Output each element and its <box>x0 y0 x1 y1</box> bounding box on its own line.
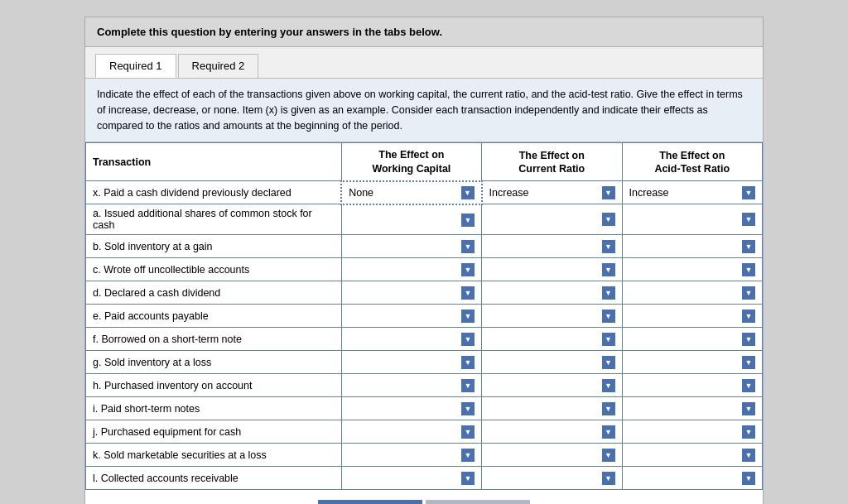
dropdown-arrow-icon[interactable]: ▼ <box>742 449 755 462</box>
acid-test-cell[interactable]: ▼ <box>622 374 762 397</box>
working-capital-cell[interactable]: ▼ <box>341 374 481 397</box>
dropdown-arrow-icon[interactable]: ▼ <box>742 263 755 276</box>
current-ratio-cell[interactable]: ▼ <box>482 420 622 444</box>
tab-required-1[interactable]: Required 1 <box>95 54 176 78</box>
dropdown-arrow-icon[interactable]: ▼ <box>461 356 475 369</box>
acid-test-cell[interactable]: ▼ <box>622 204 762 235</box>
dropdown-arrow-icon[interactable]: ▼ <box>602 379 615 392</box>
description-box: Indicate the effect of each of the trans… <box>85 79 763 142</box>
acid-test-cell[interactable]: ▼ <box>622 351 762 374</box>
instructions-header: Complete this question by entering your … <box>85 17 763 47</box>
current-ratio-cell[interactable]: ▼ <box>482 235 622 258</box>
dropdown-arrow-icon[interactable]: ▼ <box>461 402 475 415</box>
current-ratio-cell[interactable]: ▼ <box>482 204 622 235</box>
table-row: h. Purchased inventory on account▼▼▼ <box>86 374 763 397</box>
dropdown-arrow-icon[interactable]: ▼ <box>602 286 615 300</box>
dropdown-arrow-icon[interactable]: ▼ <box>602 425 615 439</box>
acid-test-cell[interactable]: ▼ <box>622 281 762 305</box>
dropdown-arrow-icon[interactable]: ▼ <box>461 425 475 439</box>
tab-required-2[interactable]: Required 2 <box>178 54 259 78</box>
transaction-cell: c. Wrote off uncollectible accounts <box>86 258 342 281</box>
dropdown-arrow-icon[interactable]: ▼ <box>602 402 615 415</box>
dropdown-arrow-icon[interactable]: ▼ <box>602 472 615 485</box>
dropdown-arrow-icon[interactable]: ▼ <box>461 214 475 227</box>
current-ratio-cell[interactable]: Increase▼ <box>482 181 622 204</box>
dropdown-arrow-icon[interactable]: ▼ <box>461 472 475 485</box>
current-ratio-cell[interactable]: ▼ <box>482 374 622 397</box>
working-capital-cell[interactable]: ▼ <box>341 328 481 351</box>
dropdown-arrow-icon[interactable]: ▼ <box>461 310 475 323</box>
nav-required-1-button[interactable]: < Required 1 <box>318 500 422 504</box>
working-capital-cell[interactable]: ▼ <box>341 467 481 490</box>
dropdown-arrow-icon[interactable]: ▼ <box>602 263 615 276</box>
dropdown-arrow-icon[interactable]: ▼ <box>742 240 755 253</box>
working-capital-cell[interactable]: ▼ <box>341 444 481 467</box>
acid-test-cell[interactable]: ▼ <box>622 235 762 258</box>
dropdown-arrow-icon[interactable]: ▼ <box>602 240 615 253</box>
dropdown-arrow-icon[interactable]: ▼ <box>461 449 475 462</box>
working-capital-cell[interactable]: None▼ <box>341 181 481 204</box>
current-ratio-cell[interactable]: ▼ <box>482 397 622 420</box>
working-capital-cell[interactable]: ▼ <box>341 258 481 281</box>
dropdown-arrow-icon[interactable]: ▼ <box>742 402 755 415</box>
working-capital-cell[interactable]: ▼ <box>341 281 481 305</box>
dropdown-arrow-icon[interactable]: ▼ <box>602 213 615 226</box>
acid-test-cell[interactable]: Increase▼ <box>622 181 762 204</box>
dropdown-arrow-icon[interactable]: ▼ <box>461 263 475 276</box>
current-ratio-cell[interactable]: ▼ <box>482 351 622 374</box>
current-ratio-cell[interactable]: ▼ <box>482 467 622 490</box>
acid-test-cell[interactable]: ▼ <box>622 444 762 467</box>
dropdown-arrow-icon[interactable]: ▼ <box>461 333 475 346</box>
description-text: Indicate the effect of each of the trans… <box>97 89 743 132</box>
nav-buttons: < Required 1 Required 2 > <box>85 490 763 504</box>
table-wrapper: Transaction The Effect onWorking Capital… <box>85 142 763 490</box>
dropdown-arrow-icon[interactable]: ▼ <box>742 379 755 392</box>
working-capital-cell[interactable]: ▼ <box>341 305 481 328</box>
col-header-transaction: Transaction <box>86 143 342 181</box>
col-header-working-capital: The Effect onWorking Capital <box>341 143 481 181</box>
transaction-cell: h. Purchased inventory on account <box>86 374 342 397</box>
dropdown-arrow-icon[interactable]: ▼ <box>742 286 755 300</box>
dropdown-arrow-icon[interactable]: ▼ <box>602 356 615 369</box>
dropdown-arrow-icon[interactable]: ▼ <box>742 310 755 323</box>
dropdown-arrow-icon[interactable]: ▼ <box>461 286 475 300</box>
working-capital-cell[interactable]: ▼ <box>341 420 481 444</box>
current-ratio-cell[interactable]: ▼ <box>482 328 622 351</box>
dropdown-arrow-icon[interactable]: ▼ <box>742 472 755 485</box>
dropdown-arrow-icon[interactable]: ▼ <box>742 186 755 199</box>
working-capital-cell[interactable]: ▼ <box>341 235 481 258</box>
dropdown-arrow-icon[interactable]: ▼ <box>461 186 475 199</box>
current-ratio-cell[interactable]: ▼ <box>482 281 622 305</box>
acid-test-cell[interactable]: ▼ <box>622 258 762 281</box>
dropdown-arrow-icon[interactable]: ▼ <box>602 310 615 323</box>
table-row: a. Issued additional shares of common st… <box>86 204 763 235</box>
acid-test-cell[interactable]: ▼ <box>622 305 762 328</box>
table-row: f. Borrowed on a short-term note▼▼▼ <box>86 328 763 351</box>
working-capital-cell[interactable]: ▼ <box>341 351 481 374</box>
table-row: c. Wrote off uncollectible accounts▼▼▼ <box>86 258 763 281</box>
acid-test-cell[interactable]: ▼ <box>622 420 762 444</box>
dropdown-arrow-icon[interactable]: ▼ <box>461 379 475 392</box>
dropdown-arrow-icon[interactable]: ▼ <box>461 240 475 253</box>
acid-test-cell[interactable]: ▼ <box>622 397 762 420</box>
current-ratio-cell[interactable]: ▼ <box>482 444 622 467</box>
transaction-cell: b. Sold inventory at a gain <box>86 235 342 258</box>
nav-required-2-button[interactable]: Required 2 > <box>426 500 530 504</box>
transaction-cell: j. Purchased equipment for cash <box>86 420 342 444</box>
dropdown-arrow-icon[interactable]: ▼ <box>742 425 755 439</box>
transaction-cell: l. Collected accounts receivable <box>86 467 342 490</box>
current-ratio-cell[interactable]: ▼ <box>482 305 622 328</box>
current-ratio-cell[interactable]: ▼ <box>482 258 622 281</box>
working-capital-cell[interactable]: ▼ <box>341 204 481 235</box>
dropdown-arrow-icon[interactable]: ▼ <box>602 186 615 199</box>
acid-test-cell[interactable]: ▼ <box>622 467 762 490</box>
transaction-cell: f. Borrowed on a short-term note <box>86 328 342 351</box>
working-capital-cell[interactable]: ▼ <box>341 397 481 420</box>
dropdown-arrow-icon[interactable]: ▼ <box>742 213 755 226</box>
dropdown-arrow-icon[interactable]: ▼ <box>742 333 755 346</box>
data-table: Transaction The Effect onWorking Capital… <box>85 142 763 490</box>
dropdown-arrow-icon[interactable]: ▼ <box>602 449 615 462</box>
acid-test-cell[interactable]: ▼ <box>622 328 762 351</box>
dropdown-arrow-icon[interactable]: ▼ <box>602 333 615 346</box>
dropdown-arrow-icon[interactable]: ▼ <box>742 356 755 369</box>
